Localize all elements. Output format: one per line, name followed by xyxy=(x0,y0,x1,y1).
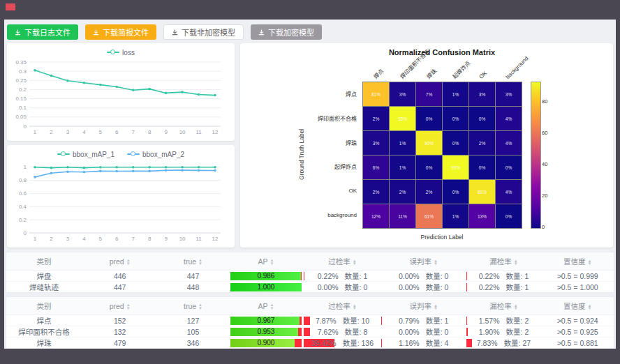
cell-confidence: >0.5 = 0.881 xyxy=(541,338,614,349)
sort-icon: ▲▼ xyxy=(434,259,438,266)
column-header-6[interactable]: 漏检率▲▼ xyxy=(466,252,542,271)
column-header-label: true xyxy=(184,302,196,310)
matrix-cell: 3% xyxy=(363,131,389,155)
cell-class: 焊印面积不合格 xyxy=(6,326,82,338)
svg-text:3: 3 xyxy=(66,129,70,135)
confusion-matrix: Normalized Confusion Matrix 焊点焊印面积不合格焊珠起… xyxy=(297,43,556,246)
column-header-7[interactable]: 置信度▲▼ xyxy=(541,297,614,315)
download-plain-model-button[interactable]: 下载非加密模型 xyxy=(163,24,244,40)
matrix-cell: 1% xyxy=(443,204,468,228)
legend-item[interactable]: bbox_mAP_2 xyxy=(127,149,184,160)
svg-text:0.8: 0.8 xyxy=(19,177,27,183)
rate-percent: 0.79% xyxy=(399,317,420,325)
svg-text:0: 0 xyxy=(24,123,27,130)
rate-bar-cell: 1.57%数量: 2 xyxy=(466,317,542,325)
svg-text:4: 4 xyxy=(82,129,86,135)
matrix-cell: 93% xyxy=(390,107,415,130)
line-chart-svg: 00.050.10.150.20.250.30.3512345678910111… xyxy=(10,58,229,137)
matrix-cell: 61% xyxy=(416,204,442,228)
summary-table-2: 类别pred▲▼true▲▼AP▲▼过检率▲▼误判率▲▼漏检率▲▼置信度▲▼焊点… xyxy=(6,296,614,349)
matrix-cell: 0% xyxy=(443,180,468,204)
download-log-button[interactable]: 下载日志文件 xyxy=(7,24,78,40)
table-row: 焊点1521270.9677.87%数量: 100.79%数量: 11.57%数… xyxy=(6,315,614,326)
loss-chart-legend: loss xyxy=(7,43,235,58)
matrix-cell: 90% xyxy=(416,131,442,155)
colorbar-tick-label: 0 xyxy=(542,224,545,230)
download-icon xyxy=(172,29,178,36)
column-header-3[interactable]: AP▲▼ xyxy=(228,252,304,271)
svg-text:3: 3 xyxy=(66,236,70,242)
table-row: 焊盘4464470.9860.22%数量: 10.00%数量: 00.22%数量… xyxy=(6,271,614,282)
sort-icon: ▲▼ xyxy=(353,304,357,310)
column-header-5[interactable]: 误判率▲▼ xyxy=(381,252,466,271)
legend-item[interactable]: loss xyxy=(107,47,135,58)
column-header-4[interactable]: 过检率▲▼ xyxy=(304,252,381,271)
column-header-label: 误判率 xyxy=(409,257,431,266)
cell-false-rate: 1.16%数量: 4 xyxy=(381,338,466,349)
column-header-7[interactable]: 置信度▲▼ xyxy=(541,252,614,271)
matrix-cell: 6% xyxy=(363,156,389,179)
summary-table-1: 类别pred▲▼true▲▼AP▲▼过检率▲▼误判率▲▼漏检率▲▼置信度▲▼焊盘… xyxy=(6,252,614,293)
rate-bar-cell: 0.79%数量: 1 xyxy=(381,317,466,325)
column-header-1[interactable]: pred▲▼ xyxy=(82,297,158,315)
download-report-button[interactable]: 下载简报文件 xyxy=(85,24,156,40)
sort-icon: ▲▼ xyxy=(126,259,131,265)
rate-count: 数量: 0 xyxy=(345,283,368,291)
svg-text:12: 12 xyxy=(212,129,219,135)
column-header-5[interactable]: 误判率▲▼ xyxy=(381,297,466,315)
column-header-label: 过检率 xyxy=(328,302,350,310)
svg-text:0.15: 0.15 xyxy=(15,96,27,102)
column-header-2[interactable]: true▲▼ xyxy=(158,252,228,271)
cell-false-rate: 0.79%数量: 1 xyxy=(381,315,466,326)
sort-icon: ▲▼ xyxy=(270,259,274,265)
button-label: 下载非加密模型 xyxy=(182,26,235,38)
column-header-2[interactable]: true▲▼ xyxy=(158,297,228,315)
column-header-0: 类别 xyxy=(6,297,82,315)
cell-over-rate: 0.00%数量: 0 xyxy=(304,282,381,293)
cell-false-rate: 0.00%数量: 0 xyxy=(381,326,466,338)
rate-percent: 0.00% xyxy=(399,272,420,280)
column-header-3[interactable]: AP▲▼ xyxy=(228,297,304,315)
column-header-6[interactable]: 漏检率▲▼ xyxy=(466,297,542,315)
rate-percent: 39.42% xyxy=(311,339,337,347)
cell-confidence: >0.5 = 0.999 xyxy=(541,271,614,282)
download-encrypted-model-button[interactable]: 下载加密模型 xyxy=(251,24,322,40)
matrix-cell: 2% xyxy=(390,180,415,204)
column-header-4[interactable]: 过检率▲▼ xyxy=(304,297,381,315)
colorbar-tick-label: 80 xyxy=(542,98,547,105)
cell-pred: 447 xyxy=(82,282,158,293)
cell-miss-rate: 1.90%数量: 2 xyxy=(466,326,542,338)
rate-count: 数量: 1 xyxy=(506,272,529,280)
rate-percent: 0.00% xyxy=(399,283,420,291)
rate-count: 数量: 2 xyxy=(506,328,529,336)
rate-count: 数量: 8 xyxy=(345,328,368,336)
matrix-cell: 0% xyxy=(443,131,468,155)
svg-text:0.4: 0.4 xyxy=(19,204,27,210)
rate-bar-cell: 1.90%数量: 2 xyxy=(466,328,542,336)
column-header-label: pred xyxy=(110,257,124,266)
column-header-1[interactable]: pred▲▼ xyxy=(82,252,158,271)
svg-text:7: 7 xyxy=(132,236,135,242)
cell-ap: 0.967 xyxy=(228,315,304,326)
legend-item[interactable]: bbox_mAP_1 xyxy=(57,149,115,160)
table-row: 焊缝轨迹4474481.0000.00%数量: 00.00%数量: 00.22%… xyxy=(6,282,614,293)
rate-count: 数量: 1 xyxy=(345,272,368,280)
column-header-0: 类别 xyxy=(6,252,82,271)
matrix-cell: 7% xyxy=(416,82,442,106)
rate-count: 数量: 2 xyxy=(506,317,529,325)
cell-false-rate: 0.00%数量: 0 xyxy=(381,349,466,349)
main-area: loss 00.050.10.150.20.250.30.35123456789… xyxy=(4,43,616,248)
cell-over-rate: 7.87%数量: 10 xyxy=(304,315,381,326)
svg-text:10: 10 xyxy=(179,236,186,242)
matrix-cell: 4% xyxy=(496,131,522,155)
confusion-matrix-card: Normalized Confusion Matrix 焊点焊印面积不合格焊珠起… xyxy=(240,43,613,248)
cell-true: 60 xyxy=(158,349,228,349)
matrix-cell: 4% xyxy=(496,180,522,204)
cell-true: 105 xyxy=(158,326,228,338)
rate-percent: 1.16% xyxy=(399,339,420,347)
svg-text:0.25: 0.25 xyxy=(15,77,27,84)
matrix-cell: 11% xyxy=(390,204,415,228)
svg-text:0.05: 0.05 xyxy=(15,114,27,120)
ap-bar: 0.953 xyxy=(230,328,302,336)
ap-value: 0.953 xyxy=(230,328,302,336)
